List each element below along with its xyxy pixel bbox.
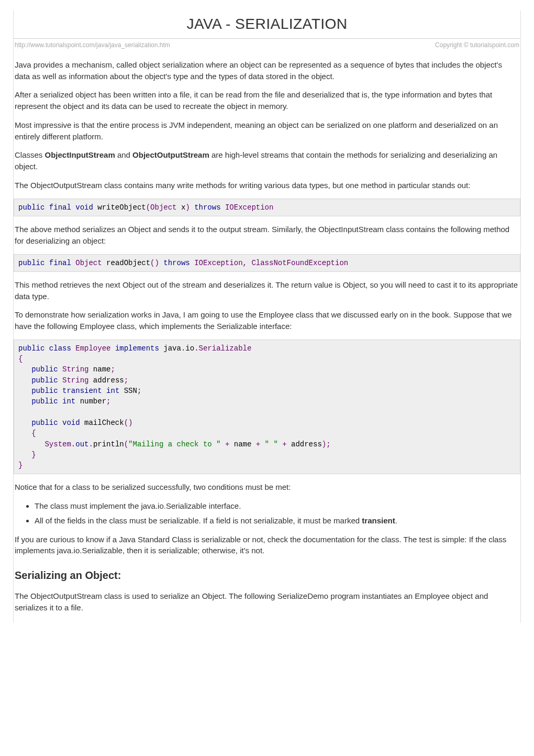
dot: . xyxy=(71,440,75,448)
comma: , xyxy=(243,259,247,267)
plus: + xyxy=(221,440,234,448)
kw-void: void xyxy=(75,203,93,212)
bullet-text: . xyxy=(395,516,397,525)
meta-row: http://www.tutorialspoint.com/java/java_… xyxy=(14,41,520,52)
paragraph-notice: Notice that for a class to be serialized… xyxy=(15,481,519,493)
list-item: All of the fields in the class must be s… xyxy=(35,515,519,527)
paragraph-intro: Java provides a mechanism, called object… xyxy=(15,59,519,82)
bullet-text: All of the fields in the class must be s… xyxy=(35,516,362,525)
kw-public: public xyxy=(18,259,44,267)
rparen: ) xyxy=(155,259,159,267)
kw-int: int xyxy=(106,387,119,395)
kw-implements: implements xyxy=(115,344,159,353)
str-mailing: "Mailing a check to " xyxy=(128,440,220,448)
field-address: address xyxy=(88,376,124,385)
kw-transient: transient xyxy=(62,387,102,395)
iface-serializable: Serializable xyxy=(199,344,252,353)
brace-close: } xyxy=(18,461,23,469)
brace-open: { xyxy=(31,429,36,437)
fn-readobject: readObject xyxy=(106,259,150,267)
text: and xyxy=(115,150,132,159)
text: Classes xyxy=(15,150,45,159)
rparen-semi: ); xyxy=(322,440,331,448)
semi: ; xyxy=(124,376,128,385)
type-ioexception: IOException xyxy=(194,259,242,267)
lparen: ( xyxy=(146,203,150,212)
pkg-java: java xyxy=(163,344,181,353)
classname-oos: ObjectOutputStream xyxy=(132,150,209,159)
fn-println: println xyxy=(93,440,124,448)
classname-employee: Employee xyxy=(75,344,110,353)
var-name: name xyxy=(234,440,252,448)
bullet-text: The class must implement the java.io.Ser… xyxy=(35,501,241,510)
paragraph-classes: Classes ObjectInputStream and ObjectOutp… xyxy=(15,149,519,172)
plus: + xyxy=(278,440,291,448)
arg-x: x xyxy=(177,203,186,212)
pkg-io: io xyxy=(185,344,194,353)
field-ssn: SSN xyxy=(119,387,137,395)
str-space: " " xyxy=(265,440,278,448)
list-item: The class must implement the java.io.Ser… xyxy=(35,500,519,512)
semi: ; xyxy=(106,397,110,406)
paragraph-to-demo: To demonstrate how serialization works i… xyxy=(15,309,519,332)
kw-public: public xyxy=(31,387,58,395)
dot: . xyxy=(194,344,198,353)
kw-public: public xyxy=(18,344,44,353)
classname-ois: ObjectInputStream xyxy=(45,150,115,159)
page-title: JAVA - SERIALIZATION xyxy=(14,10,520,39)
kw-public: public xyxy=(31,365,58,374)
code-readobject: public final Object readObject() throws … xyxy=(14,254,520,272)
dot: . xyxy=(88,440,93,448)
kw-public: public xyxy=(31,376,58,385)
semi: ; xyxy=(137,387,141,395)
kw-final: final xyxy=(49,259,71,267)
lparen: ( xyxy=(124,440,128,448)
type-cnfexception: ClassNotFoundException xyxy=(251,259,348,267)
field-out: out xyxy=(75,440,88,448)
rparen: ) xyxy=(185,203,190,212)
fn-writeobject: writeObject xyxy=(97,203,146,212)
field-name: name xyxy=(88,365,110,374)
type-string: String xyxy=(62,365,88,374)
code-writeobject: public final void writeObject(Object x) … xyxy=(14,199,520,216)
brace-open: { xyxy=(18,355,23,363)
paragraph-deserialize: After a serialized object has been writt… xyxy=(15,89,519,112)
paragraph-serializing: The ObjectOutputStream class is used to … xyxy=(15,590,519,613)
kw-throws: throws xyxy=(194,203,220,212)
kw-transient-bold: transient xyxy=(362,516,395,525)
kw-public: public xyxy=(31,419,58,427)
lparen: ( xyxy=(150,259,154,267)
source-url[interactable]: http://www.tutorialspoint.com/java/java_… xyxy=(15,41,170,50)
plus: + xyxy=(251,440,264,448)
paragraph-curious: If you are curious to know if a Java Sta… xyxy=(15,534,519,557)
var-address: address xyxy=(291,440,322,448)
kw-int: int xyxy=(62,397,75,406)
kw-final: final xyxy=(49,203,71,212)
kw-class: class xyxy=(49,344,71,353)
copyright-text: Copyright © tutorialspoint.com xyxy=(435,41,519,50)
type-object: Object xyxy=(150,203,176,212)
field-number: number xyxy=(75,397,106,406)
kw-void: void xyxy=(62,419,80,427)
class-system: System xyxy=(44,440,71,448)
article-container: JAVA - SERIALIZATION http://www.tutorial… xyxy=(13,10,521,623)
paragraph-above-method: The above method serializes an Object an… xyxy=(15,224,519,247)
kw-throws: throws xyxy=(163,259,190,267)
semi: ; xyxy=(110,365,115,374)
type-object: Object xyxy=(75,259,102,267)
paragraph-write-methods: The ObjectOutputStream class contains ma… xyxy=(15,180,519,191)
paragraph-this-method: This method retrieves the next Object ou… xyxy=(15,279,519,302)
type-ioexception: IOException xyxy=(225,203,273,212)
fn-mailcheck: mailCheck xyxy=(80,419,124,427)
parens: () xyxy=(124,419,133,427)
brace-close: } xyxy=(31,451,36,459)
heading-serializing: Serializing an Object: xyxy=(15,568,519,583)
type-string: String xyxy=(62,376,88,385)
code-employee: public class Employee implements java.io… xyxy=(14,339,520,475)
paragraph-jvm-independent: Most impressive is that the entire proce… xyxy=(15,119,519,143)
kw-public: public xyxy=(31,397,58,406)
conditions-list: The class must implement the java.io.Ser… xyxy=(25,500,519,527)
kw-public: public xyxy=(18,203,44,212)
